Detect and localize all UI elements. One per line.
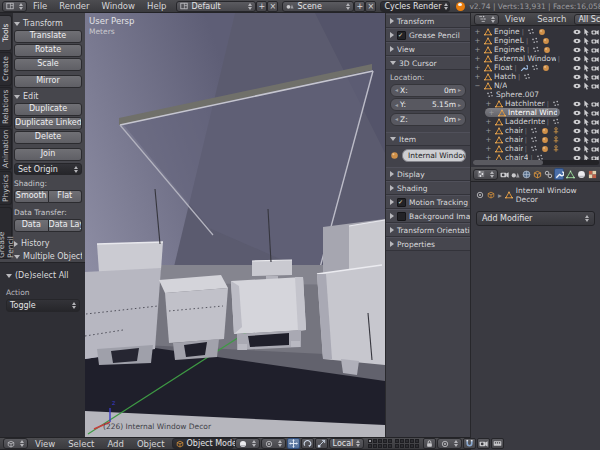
expand-icon[interactable]: +: [488, 109, 495, 117]
shelf-tab-physics[interactable]: Physics: [0, 171, 12, 205]
data-transfer-data-button[interactable]: Data: [14, 219, 49, 232]
visibility-eye-icon[interactable]: [573, 28, 581, 36]
object-name-field[interactable]: Internal Window Decor: [402, 149, 466, 162]
tab-world[interactable]: [521, 168, 531, 180]
add-scene-button[interactable]: +: [354, 1, 365, 12]
renderable-camera-icon[interactable]: [591, 82, 599, 90]
menu-view[interactable]: View: [29, 439, 61, 449]
menu-help[interactable]: Help: [141, 1, 172, 11]
selectable-arrow-icon[interactable]: [582, 55, 590, 63]
selectable-arrow-icon[interactable]: [582, 28, 590, 36]
delete-button[interactable]: Delete: [14, 131, 82, 144]
expand-icon[interactable]: +: [485, 100, 492, 108]
tab-material[interactable]: [576, 168, 586, 180]
renderable-camera-icon[interactable]: [591, 46, 599, 54]
renderable-camera-icon[interactable]: [591, 100, 599, 108]
npanel-background-images-header[interactable]: Background Images: [386, 209, 470, 223]
decrement-arrow[interactable]: ◂: [395, 116, 398, 122]
renderable-camera-icon[interactable]: [591, 28, 599, 36]
expand-icon[interactable]: +: [474, 28, 481, 36]
outliner-row-external-window-decor[interactable]: +External Window Decor|: [471, 54, 600, 63]
npanel-display-header[interactable]: Display: [386, 167, 470, 181]
translate-button[interactable]: Translate: [14, 30, 82, 43]
shelf-tab-create[interactable]: Create: [0, 52, 12, 86]
properties-editor-selector[interactable]: [473, 169, 498, 180]
background-images-checkbox[interactable]: [397, 212, 406, 221]
increment-arrow[interactable]: ▸: [458, 87, 461, 93]
manipulator-translate-button[interactable]: [287, 438, 300, 449]
editor-type-selector[interactable]: [2, 1, 27, 12]
transform-panel-header[interactable]: Transform: [14, 19, 82, 28]
renderable-camera-icon[interactable]: [591, 145, 599, 153]
visibility-eye-icon[interactable]: [573, 46, 581, 54]
menu-object[interactable]: Object: [131, 439, 171, 449]
join-button[interactable]: Join: [14, 148, 82, 161]
selectable-arrow-icon[interactable]: [582, 73, 590, 81]
outliner-row-float[interactable]: +Float|: [471, 63, 600, 72]
duplicate-linked-button[interactable]: Duplicate Linked: [14, 117, 82, 130]
selectable-arrow-icon[interactable]: [582, 145, 590, 153]
shade-smooth-button[interactable]: Smooth: [14, 190, 49, 203]
set-origin-dropdown[interactable]: Set Origin: [14, 163, 82, 175]
outliner-row-ladderinternal[interactable]: +LadderInternal|: [471, 117, 600, 126]
visibility-eye-icon[interactable]: [573, 55, 581, 63]
increment-arrow[interactable]: ▸: [458, 102, 461, 108]
npanel-item-header[interactable]: Item: [386, 132, 470, 146]
scene-selector[interactable]: Scene: [282, 1, 354, 12]
tab-object-data[interactable]: [565, 168, 575, 180]
selectable-arrow-icon[interactable]: [582, 136, 590, 144]
visibility-eye-icon[interactable]: [573, 118, 581, 126]
multiedit-panel-header[interactable]: Multiple Objects Edit: [14, 252, 82, 261]
npanel-transform-header[interactable]: Transform: [386, 14, 470, 28]
visibility-eye-icon[interactable]: [573, 127, 581, 135]
outliner-row-sphere007[interactable]: Sphere.007: [471, 90, 600, 99]
decrement-arrow[interactable]: ◂: [395, 102, 398, 108]
expand-icon[interactable]: +: [474, 64, 481, 72]
outliner-row-hatchinternal[interactable]: +HatchInternal|: [471, 99, 600, 108]
selectable-arrow-icon[interactable]: [582, 127, 590, 135]
scale-button[interactable]: Scale: [14, 58, 82, 71]
tab-constraints[interactable]: [543, 168, 553, 180]
rotate-button[interactable]: Rotate: [14, 44, 82, 57]
pivot-point-dropdown[interactable]: [261, 438, 286, 449]
outliner-row-na[interactable]: −N/A: [471, 81, 600, 90]
outliner-row-hatch[interactable]: +Hatch|: [471, 72, 600, 81]
render-engine-selector[interactable]: Cycles Render: [380, 1, 450, 12]
outliner-scope-dropdown[interactable]: All Scenes: [574, 14, 600, 25]
expand-icon[interactable]: +: [485, 145, 492, 153]
shelf-tab-relations[interactable]: Relations: [0, 87, 12, 127]
delete-scene-button[interactable]: ×: [365, 1, 376, 12]
add-modifier-dropdown[interactable]: Add Modifier: [476, 211, 595, 226]
outliner-row-chair4[interactable]: +chair4|: [471, 153, 600, 160]
menu-render[interactable]: Render: [53, 1, 95, 11]
selectable-arrow-icon[interactable]: [582, 37, 590, 45]
snap-toggle-button[interactable]: [463, 438, 476, 449]
redo-panel-header[interactable]: (De)select All: [6, 271, 80, 280]
expand-icon[interactable]: +: [474, 46, 481, 54]
menu-file[interactable]: File: [27, 1, 53, 11]
shelf-tab-animation[interactable]: Animation: [0, 128, 12, 170]
menu-window[interactable]: Window: [96, 1, 142, 11]
render-opengl-button[interactable]: [477, 438, 490, 449]
menu-select[interactable]: Select: [62, 439, 100, 449]
outliner-editor-selector[interactable]: [474, 14, 499, 25]
visibility-eye-icon[interactable]: [573, 100, 581, 108]
npanel-cursor-header[interactable]: 3D Cursor: [386, 56, 470, 70]
outliner-view-menu[interactable]: View: [499, 14, 531, 24]
viewport-editor-selector[interactable]: [3, 438, 28, 449]
selectable-arrow-icon[interactable]: [582, 100, 590, 108]
layers-grid-1[interactable]: [368, 439, 392, 448]
decrement-arrow[interactable]: ◂: [395, 87, 398, 93]
selectable-arrow-icon[interactable]: [582, 109, 590, 117]
selectable-arrow-icon[interactable]: [582, 118, 590, 126]
grease-pencil-checkbox[interactable]: [397, 31, 406, 40]
expand-icon[interactable]: +: [474, 37, 481, 45]
outliner-row-enginel[interactable]: +EngineL|: [471, 36, 600, 45]
outliner-row-enginer[interactable]: +EngineR|: [471, 45, 600, 54]
lock-to-scene-button[interactable]: [423, 438, 436, 449]
delete-layout-button[interactable]: ×: [267, 1, 278, 12]
data-transfer-layout-button[interactable]: Data Layo: [49, 219, 83, 232]
npanel-view-header[interactable]: View: [386, 42, 470, 56]
mode-dropdown[interactable]: Object Mode: [172, 438, 234, 449]
npanel-transform-orientations-header[interactable]: Transform Orientations: [386, 223, 470, 237]
